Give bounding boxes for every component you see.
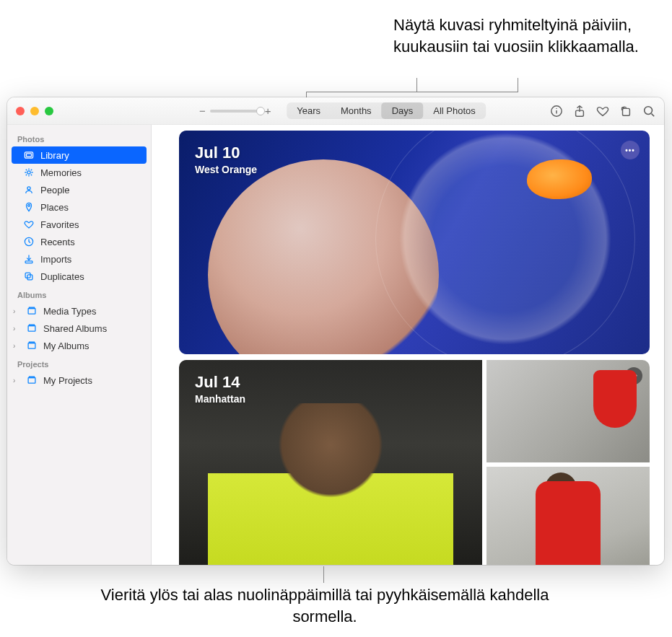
memories-icon: [23, 167, 35, 178]
album-icon: [26, 305, 38, 317]
view-segmented-control: Years Months Days All Photos: [287, 102, 486, 119]
sidebar-item-media-types[interactable]: › Media Types: [7, 302, 151, 320]
svg-rect-23: [30, 377, 35, 377]
chevron-right-icon[interactable]: ›: [13, 342, 20, 350]
sidebar-item-shared-albums[interactable]: › Shared Albums: [7, 320, 151, 337]
chevron-right-icon[interactable]: ›: [13, 307, 20, 315]
zoom-out-icon[interactable]: −: [199, 105, 206, 117]
day-card: Jul 14 Manhattan •••: [179, 360, 650, 565]
more-button[interactable]: •••: [621, 141, 640, 159]
sidebar-item-label: Recents: [40, 237, 75, 247]
callout-connector: [323, 566, 324, 583]
sidebar: Photos Library Memories People Places Fa…: [7, 125, 152, 565]
sidebar-item-label: Imports: [40, 254, 71, 265]
toolbar-right: [550, 105, 655, 118]
sidebar-item-imports[interactable]: Imports: [7, 250, 151, 268]
segment-all-photos[interactable]: All Photos: [423, 102, 486, 119]
day-date: Jul 14: [195, 373, 245, 392]
segment-years[interactable]: Years: [287, 102, 331, 119]
fullscreen-window-button[interactable]: [45, 107, 53, 115]
search-icon[interactable]: [642, 105, 655, 118]
import-icon: [23, 253, 35, 265]
content-area[interactable]: Jul 10 West Orange ••• Jul 14 Manhattan …: [152, 125, 664, 565]
zoom-slider-group: − +: [199, 105, 271, 117]
callout-connector: [416, 78, 417, 92]
photo-thumbnail[interactable]: [375, 131, 635, 354]
rotate-icon[interactable]: [619, 105, 632, 118]
chevron-right-icon[interactable]: ›: [13, 325, 20, 333]
sidebar-item-places[interactable]: Places: [7, 198, 151, 216]
share-icon[interactable]: [573, 105, 586, 118]
sidebar-heading-projects: Projects: [7, 354, 151, 372]
callout-top: Näytä kuvasi ryhmiteltyinä päiviin, kuuk…: [393, 14, 668, 57]
sidebar-item-library[interactable]: Library: [12, 146, 147, 164]
sidebar-heading-photos: Photos: [7, 129, 151, 146]
places-icon: [23, 201, 35, 213]
sidebar-item-memories[interactable]: Memories: [7, 164, 151, 181]
zoom-in-icon[interactable]: +: [265, 105, 271, 117]
sidebar-item-label: Library: [40, 150, 69, 161]
day-date: Jul 10: [195, 144, 257, 162]
sidebar-item-label: My Albums: [43, 341, 90, 351]
svg-rect-22: [28, 378, 35, 384]
info-icon[interactable]: [550, 105, 563, 118]
sidebar-item-people[interactable]: People: [7, 181, 151, 198]
sidebar-item-label: Places: [40, 202, 69, 213]
svg-rect-20: [28, 343, 35, 349]
sidebar-item-label: Favorites: [40, 219, 79, 230]
sidebar-item-label: My Projects: [43, 375, 92, 386]
sidebar-item-label: Shared Albums: [43, 323, 107, 334]
project-icon: [26, 374, 38, 386]
svg-rect-8: [27, 154, 32, 157]
photos-window: − + Years Months Days All Photos: [7, 97, 664, 565]
callout-bottom: Vieritä ylös tai alas nuolinäppäimillä t…: [79, 584, 570, 627]
day-location: Manhattan: [195, 393, 245, 405]
photo-thumbnail[interactable]: Jul 14 Manhattan: [179, 360, 482, 565]
clock-icon: [23, 236, 35, 247]
titlebar: − + Years Months Days All Photos: [7, 97, 664, 125]
photo-thumbnail[interactable]: [486, 467, 650, 565]
callout-connector: [306, 92, 518, 92]
chevron-right-icon[interactable]: ›: [13, 377, 20, 385]
svg-point-5: [645, 106, 653, 114]
album-icon: [26, 322, 38, 334]
svg-rect-19: [30, 325, 35, 325]
svg-rect-4: [623, 108, 630, 115]
sidebar-item-favorites[interactable]: Favorites: [7, 216, 151, 233]
sidebar-item-label: Media Types: [43, 306, 96, 317]
segment-days[interactable]: Days: [382, 102, 424, 119]
svg-line-6: [652, 113, 655, 116]
sidebar-item-my-albums[interactable]: › My Albums: [7, 337, 151, 354]
day-location: West Orange: [195, 164, 257, 175]
sidebar-heading-albums: Albums: [7, 285, 151, 302]
day-card[interactable]: Jul 10 West Orange •••: [179, 131, 650, 354]
svg-rect-21: [30, 342, 35, 343]
more-button[interactable]: •••: [625, 367, 642, 385]
sidebar-item-my-projects[interactable]: › My Projects: [7, 372, 151, 389]
close-window-button[interactable]: [16, 107, 25, 115]
day-header: Jul 10 West Orange: [195, 144, 257, 175]
svg-point-9: [27, 171, 30, 174]
zoom-slider[interactable]: [210, 110, 261, 113]
svg-rect-16: [28, 309, 35, 315]
svg-rect-17: [30, 307, 35, 308]
segment-months[interactable]: Months: [331, 102, 382, 119]
sidebar-item-recents[interactable]: Recents: [7, 233, 151, 250]
heart-icon: [23, 219, 35, 230]
svg-rect-13: [25, 261, 32, 263]
sidebar-item-label: Memories: [40, 167, 82, 178]
album-icon: [26, 340, 38, 351]
window-controls: [16, 107, 53, 115]
sidebar-item-label: Duplicates: [40, 271, 84, 282]
svg-point-11: [28, 205, 30, 207]
favorite-icon[interactable]: [596, 105, 609, 118]
zoom-slider-knob[interactable]: [256, 107, 265, 115]
svg-point-2: [556, 107, 557, 108]
day-header: Jul 14 Manhattan: [195, 373, 245, 405]
people-icon: [23, 184, 35, 196]
svg-point-10: [27, 187, 30, 190]
minimize-window-button[interactable]: [30, 107, 39, 115]
photo-thumbnail[interactable]: •••: [486, 360, 650, 462]
sidebar-item-duplicates[interactable]: Duplicates: [7, 268, 151, 285]
library-icon: [23, 149, 35, 161]
